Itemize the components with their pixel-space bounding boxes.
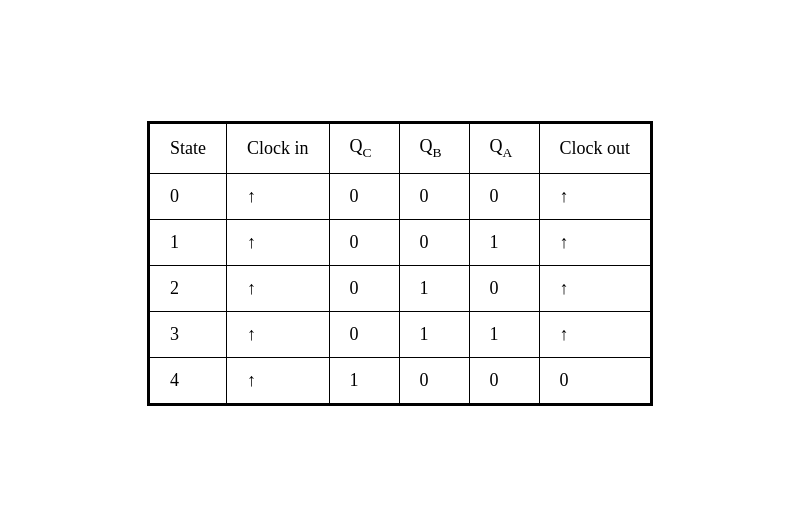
cell-qa: 1: [469, 311, 539, 357]
table-row: 0↑000↑: [150, 173, 651, 219]
cell-clock-out: ↑: [539, 265, 651, 311]
col-clock-in: Clock in: [227, 124, 330, 174]
cell-qb: 1: [399, 265, 469, 311]
table-row: 3↑011↑: [150, 311, 651, 357]
header-row: State Clock in QC QB QA Clock out: [150, 124, 651, 174]
cell-qa: 0: [469, 265, 539, 311]
cell-qc: 0: [329, 173, 399, 219]
cell-qa: 0: [469, 357, 539, 403]
table-row: 4↑1000: [150, 357, 651, 403]
main-table-container: State Clock in QC QB QA Clock out: [147, 121, 653, 406]
cell-clock-in: ↑: [227, 219, 330, 265]
col-qa-subscript: A: [503, 145, 513, 160]
cell-clock-in: ↑: [227, 357, 330, 403]
cell-qb: 0: [399, 219, 469, 265]
cell-qc: 0: [329, 311, 399, 357]
cell-qc: 0: [329, 265, 399, 311]
cell-state: 1: [150, 219, 227, 265]
cell-state: 3: [150, 311, 227, 357]
table-row: 2↑010↑: [150, 265, 651, 311]
cell-qc: 1: [329, 357, 399, 403]
col-clock-out: Clock out: [539, 124, 651, 174]
cell-qb: 1: [399, 311, 469, 357]
cell-clock-in: ↑: [227, 265, 330, 311]
cell-qa: 0: [469, 173, 539, 219]
cell-state: 2: [150, 265, 227, 311]
cell-clock-out: ↑: [539, 173, 651, 219]
table-body: 0↑000↑1↑001↑2↑010↑3↑011↑4↑1000: [150, 173, 651, 403]
col-qb: QB: [399, 124, 469, 174]
cell-qa: 1: [469, 219, 539, 265]
col-qc: QC: [329, 124, 399, 174]
cell-qb: 0: [399, 173, 469, 219]
table-row: 1↑001↑: [150, 219, 651, 265]
col-qb-subscript: B: [433, 145, 442, 160]
col-qa: QA: [469, 124, 539, 174]
cell-state: 4: [150, 357, 227, 403]
cell-clock-out: 0: [539, 357, 651, 403]
col-qc-subscript: C: [363, 145, 372, 160]
cell-qb: 0: [399, 357, 469, 403]
cell-qc: 0: [329, 219, 399, 265]
cell-clock-out: ↑: [539, 311, 651, 357]
col-state: State: [150, 124, 227, 174]
cell-clock-in: ↑: [227, 311, 330, 357]
cell-state: 0: [150, 173, 227, 219]
cell-clock-out: ↑: [539, 219, 651, 265]
state-table: State Clock in QC QB QA Clock out: [149, 123, 651, 404]
cell-clock-in: ↑: [227, 173, 330, 219]
